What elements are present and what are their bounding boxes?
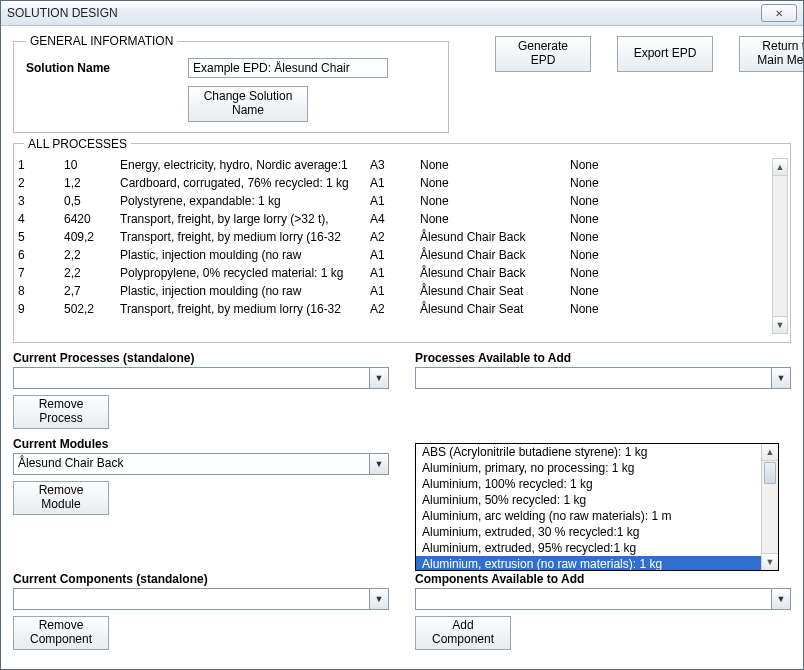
export-epd-button[interactable]: Export EPD	[617, 36, 713, 72]
dropdown-item[interactable]: Aluminium, extruded, 30 % recycled:1 kg	[416, 524, 762, 540]
table-row[interactable]: 62,2Plastic, injection moulding (no rawA…	[14, 246, 790, 264]
table-row[interactable]: 5409,2Transport, freight, by medium lorr…	[14, 228, 790, 246]
general-information-legend: GENERAL INFORMATION	[26, 34, 177, 48]
dropdown-item[interactable]: Aluminium, extruded, 95% recycled:1 kg	[416, 540, 762, 556]
chevron-down-icon[interactable]: ▼	[369, 589, 388, 609]
components-available-combo[interactable]: ▼	[415, 588, 791, 610]
window-body: GENERAL INFORMATION Solution Name Change…	[1, 26, 803, 669]
chevron-down-icon[interactable]: ▼	[369, 368, 388, 388]
table-row[interactable]: 46420Transport, freight, by large lorry …	[14, 210, 790, 228]
add-component-button[interactable]: Add Component	[415, 616, 511, 650]
table-row[interactable]: 9502,2Transport, freight, by medium lorr…	[14, 300, 790, 318]
table-row[interactable]: 21,2Cardboard, corrugated, 76% recycled:…	[14, 174, 790, 192]
remove-module-button[interactable]: Remove Module	[13, 481, 109, 515]
scroll-thumb[interactable]	[764, 462, 776, 484]
chevron-down-icon[interactable]: ▼	[771, 589, 790, 609]
scroll-down-icon[interactable]: ▼	[773, 316, 787, 333]
dropdown-item[interactable]: Aluminium, 100% recycled: 1 kg	[416, 476, 762, 492]
window-title: SOLUTION DESIGN	[7, 6, 118, 20]
return-main-menu-button[interactable]: Return to Main Menu	[739, 36, 803, 72]
all-processes-legend: ALL PROCESSES	[24, 137, 131, 151]
dropdown-item[interactable]: Aluminium, primary, no processing: 1 kg	[416, 460, 762, 476]
current-modules-combo[interactable]: Ålesund Chair Back ▼	[13, 453, 389, 475]
processes-available-combo[interactable]: ▼	[415, 367, 791, 389]
dropdown-item[interactable]: ABS (Acrylonitrile butadiene styrene): 1…	[416, 444, 762, 460]
generate-epd-button[interactable]: Generate EPD	[495, 36, 591, 72]
current-processes-combo[interactable]: ▼	[13, 367, 389, 389]
current-components-combo[interactable]: ▼	[13, 588, 389, 610]
change-solution-name-button[interactable]: Change Solution Name	[188, 86, 308, 122]
chevron-down-icon[interactable]: ▼	[369, 454, 388, 474]
window-close-button[interactable]: ✕	[761, 4, 797, 22]
titlebar: SOLUTION DESIGN ✕	[1, 1, 803, 26]
scroll-down-icon[interactable]: ▼	[762, 553, 778, 570]
dropdown-item[interactable]: Aluminium, arc welding (no raw materials…	[416, 508, 762, 524]
current-components-label: Current Components (standalone)	[13, 572, 389, 586]
solution-name-input[interactable]	[188, 58, 388, 78]
remove-process-button[interactable]: Remove Process	[13, 395, 109, 429]
scroll-up-icon[interactable]: ▲	[762, 444, 778, 461]
all-processes-scrollbar[interactable]: ▲ ▼	[772, 158, 788, 334]
all-processes-table[interactable]: 110Energy, electricity, hydro, Nordic av…	[14, 156, 790, 318]
current-modules-label: Current Modules	[13, 437, 389, 451]
scroll-up-icon[interactable]: ▲	[773, 159, 787, 176]
processes-available-dropdown[interactable]: ABS (Acrylonitrile butadiene styrene): 1…	[415, 443, 779, 571]
all-processes-group: ALL PROCESSES 110Energy, electricity, hy…	[13, 143, 791, 343]
table-row[interactable]: 110Energy, electricity, hydro, Nordic av…	[14, 156, 790, 174]
solution-design-window: SOLUTION DESIGN ✕ GENERAL INFORMATION So…	[0, 0, 804, 670]
processes-available-label: Processes Available to Add	[415, 351, 791, 365]
dropdown-item[interactable]: Aluminium, extrusion (no raw materials):…	[416, 556, 762, 570]
components-available-label: Components Available to Add	[415, 572, 791, 586]
dropdown-scrollbar[interactable]: ▲ ▼	[761, 444, 778, 570]
current-processes-label: Current Processes (standalone)	[13, 351, 389, 365]
remove-component-button[interactable]: Remove Component	[13, 616, 109, 650]
chevron-down-icon[interactable]: ▼	[771, 368, 790, 388]
general-information-group: GENERAL INFORMATION Solution Name Change…	[13, 34, 449, 133]
close-icon: ✕	[775, 8, 783, 19]
dropdown-item[interactable]: Aluminium, 50% recycled: 1 kg	[416, 492, 762, 508]
table-row[interactable]: 82,7Plastic, injection moulding (no rawA…	[14, 282, 790, 300]
solution-name-label: Solution Name	[26, 61, 176, 75]
table-row[interactable]: 30,5Polystyrene, expandable: 1 kgA1NoneN…	[14, 192, 790, 210]
table-row[interactable]: 72,2Polypropylene, 0% recycled material:…	[14, 264, 790, 282]
